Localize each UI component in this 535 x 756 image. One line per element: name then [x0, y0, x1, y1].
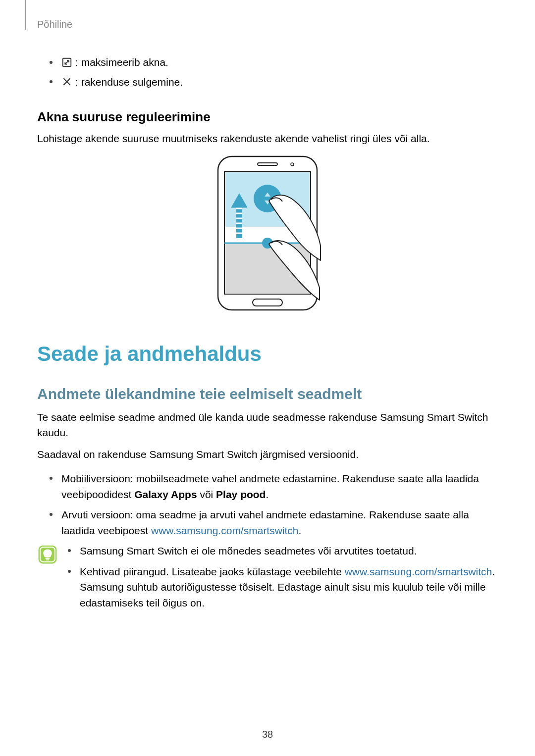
body-paragraph: Te saate eelmise seadme andmed üle kanda… — [37, 409, 498, 441]
body-paragraph: Saadaval on rakenduse Samsung Smart Swit… — [37, 447, 498, 462]
list-item: : maksimeerib akna. — [50, 54, 498, 70]
list-item-text: Kehtivad piirangud. Lisateabe jaoks küla… — [80, 564, 498, 611]
bullet-dot — [68, 549, 71, 552]
list-item-text: Mobiiliversioon: mobiilseadmete vahel an… — [61, 471, 498, 502]
text: või — [197, 489, 216, 500]
illustration — [37, 154, 498, 312]
page-title: Seade ja andmehaldus — [37, 342, 498, 366]
text: Kehtivad piirangud. Lisateabe jaoks küla… — [80, 566, 345, 577]
list-item: : rakenduse sulgemine. — [50, 74, 498, 90]
bullet-dot — [68, 570, 71, 573]
list-item: Kehtivad piirangud. Lisateabe jaoks küla… — [68, 564, 498, 611]
page-number: 38 — [0, 729, 535, 740]
list-item: Arvuti versioon: oma seadme ja arvuti va… — [50, 507, 498, 538]
maximize-icon — [61, 57, 72, 68]
header-divider — [25, 0, 26, 30]
list-item-text: : rakenduse sulgemine. — [75, 74, 183, 90]
bullet-dot — [50, 477, 53, 480]
link-text[interactable]: www.samsung.com/smartswitch — [151, 525, 299, 536]
text: . — [266, 489, 268, 500]
link-text[interactable]: www.samsung.com/smartswitch — [345, 566, 492, 577]
svg-rect-19 — [46, 557, 50, 559]
list-item-text: Arvuti versioon: oma seadme ja arvuti va… — [61, 507, 498, 538]
svg-rect-20 — [46, 559, 50, 560]
page-content: : maksimeerib akna. : rakenduse sulgemin… — [37, 54, 498, 615]
close-icon — [61, 76, 72, 87]
bold-text: Play pood — [216, 489, 266, 500]
subsection-heading: Akna suuruse reguleerimine — [37, 109, 498, 125]
bullet-dot — [50, 80, 53, 83]
list-item: Mobiiliversioon: mobiilseadmete vahel an… — [50, 471, 498, 502]
list-item: Samsung Smart Switch ei ole mõnedes sead… — [68, 543, 498, 559]
list-item-text: : maksimeerib akna. — [75, 54, 168, 70]
text: Mobiiliversioon: mobiilseadmete vahel an… — [61, 473, 479, 500]
bold-text: Galaxy Apps — [134, 489, 197, 500]
section-header: Põhiline — [37, 19, 72, 30]
text: . — [299, 525, 302, 536]
bullet-dot — [50, 61, 53, 64]
note-icon — [37, 544, 58, 565]
note-block: Samsung Smart Switch ei ole mõnedes sead… — [37, 543, 498, 615]
list-item-text: Samsung Smart Switch ei ole mõnedes sead… — [80, 543, 417, 559]
note-content: Samsung Smart Switch ei ole mõnedes sead… — [68, 543, 498, 615]
manual-page: Põhiline : maksimeerib akna. — [0, 0, 535, 756]
bullet-dot — [50, 513, 53, 516]
section-heading: Andmete ülekandmine teie eelmiselt seadm… — [37, 386, 498, 403]
body-paragraph: Lohistage akende suuruse muutmiseks rake… — [37, 131, 498, 147]
